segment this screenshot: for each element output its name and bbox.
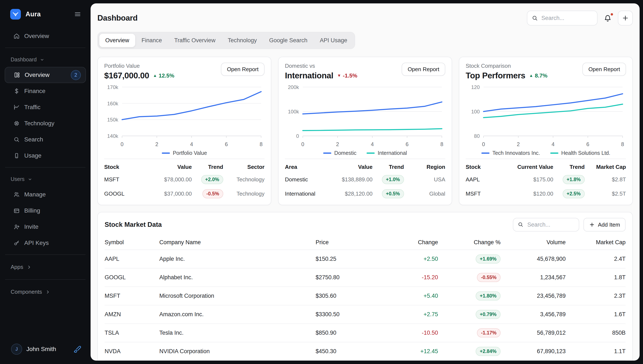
sidebar-item-label: API Keys — [24, 240, 49, 246]
svg-text:6: 6 — [586, 141, 589, 147]
cell-price: $450.30 — [316, 342, 383, 360]
mini-col-header: Value — [142, 161, 192, 172]
sidebar-item-overview[interactable]: Overview 2 — [5, 67, 86, 83]
open-report-button[interactable]: Open Report — [582, 63, 626, 76]
sidebar-item-traffic[interactable]: Traffic — [0, 99, 91, 115]
sidebar-item-search[interactable]: Search — [0, 132, 91, 148]
tab-finance[interactable]: Finance — [136, 34, 168, 47]
table-row[interactable]: AAPLApple Inc.$150.25+2.50+1.69%45,678,9… — [105, 250, 625, 268]
card-mini-table: Stock Value Trend Sector MSFT $78,000.00… — [104, 159, 265, 203]
tab-google-search[interactable]: Google Search — [263, 34, 313, 47]
line-chart-svg: 140k150k160k170k02468 — [104, 83, 265, 150]
chevron-down-icon — [28, 177, 33, 182]
cell-price: $305.60 — [316, 287, 383, 305]
svg-text:0: 0 — [301, 141, 304, 147]
section-label-users[interactable]: Users — [0, 171, 91, 186]
header-actions — [527, 10, 633, 26]
sidebar-item-manage[interactable]: Manage — [0, 186, 91, 202]
mini-col-header: Area — [285, 161, 323, 172]
cell-company: Alphabet Inc. — [159, 268, 316, 287]
change-pct-pill: +0.79% — [476, 310, 501, 319]
cell-symbol: GOOGL — [105, 268, 159, 287]
mini-cell: $28,120.00 — [323, 188, 372, 200]
cell-change-pct: +1.80% — [438, 287, 501, 305]
cell-market-cap: 850B — [566, 324, 625, 342]
add-button[interactable] — [618, 10, 633, 26]
trend-pill: +0.5% — [382, 189, 404, 198]
svg-text:150k: 150k — [107, 117, 118, 122]
tab-overview[interactable]: Overview — [99, 34, 135, 47]
legend-label: International — [378, 150, 407, 156]
search-input[interactable] — [541, 15, 593, 22]
table-search-input[interactable] — [527, 222, 574, 228]
svg-text:160k: 160k — [107, 101, 118, 106]
trend-arrow-icon: ▲ — [153, 73, 157, 78]
add-item-label: Add Item — [598, 222, 620, 228]
card-value: Top Performers — [466, 71, 525, 80]
svg-text:170k: 170k — [107, 84, 118, 90]
user-name: John Smith — [26, 346, 56, 352]
cell-symbol: MSFT — [105, 287, 159, 305]
col-change-pct: Change % — [438, 235, 501, 250]
portfolio-value-chart: 140k150k160k170k02468 — [104, 83, 265, 150]
tab-api-usage[interactable]: API Usage — [314, 34, 353, 47]
legend-dash — [323, 152, 331, 154]
chip-icon — [13, 120, 20, 127]
table-row[interactable]: GOOGLAlphabet Inc.$2750.80-15.20-0.55%1,… — [105, 268, 625, 287]
card-subtitle: Domestic vs — [285, 63, 357, 69]
sidebar-item-billing[interactable]: Billing — [0, 202, 91, 219]
sidebar-link-components[interactable]: Components — [0, 283, 91, 301]
sidebar-item-api-keys[interactable]: API Keys — [0, 235, 91, 251]
tab-bar: Overview Finance Traffic Overview Techno… — [97, 32, 355, 49]
change-pct-pill: -1.17% — [477, 328, 501, 338]
mini-cell: $37,000.00 — [142, 188, 192, 200]
hamburger-icon[interactable] — [74, 10, 81, 18]
table-row[interactable]: AMZNAmazon.com Inc.$3300.50+2.75+0.79%3,… — [105, 305, 625, 324]
add-item-button[interactable]: Add Item — [583, 218, 625, 232]
tab-technology[interactable]: Technology — [222, 34, 263, 47]
sidebar-link-apps[interactable]: Apps — [0, 258, 91, 276]
tab-traffic-overview[interactable]: Traffic Overview — [168, 34, 222, 47]
svg-text:120: 120 — [471, 84, 480, 90]
table-row[interactable]: MSFTMicrosoft Corporation$305.60+5.40+1.… — [105, 287, 625, 305]
notifications-button[interactable] — [603, 14, 612, 23]
svg-text:6: 6 — [225, 141, 228, 147]
dollar-icon — [13, 88, 20, 94]
svg-text:200k: 200k — [288, 84, 299, 90]
sidebar-item-overview-top[interactable]: Overview — [0, 28, 91, 44]
svg-text:0: 0 — [482, 141, 485, 147]
cell-company: Apple Inc. — [159, 250, 316, 268]
paintbrush-icon[interactable] — [74, 345, 81, 353]
sidebar-item-label: Usage — [24, 152, 42, 159]
legend-label: Health Solutions Ltd. — [561, 150, 610, 156]
sidebar-item-technology[interactable]: Technology — [0, 115, 91, 132]
cell-change-pct: -1.17% — [438, 324, 501, 342]
legend-item: International — [367, 150, 407, 156]
sidebar-item-finance[interactable]: Finance — [0, 83, 91, 99]
table-row[interactable]: TSLATesla Inc.$850.90-10.50-1.17%56,789,… — [105, 324, 625, 342]
cell-market-cap: 2.3T — [566, 287, 625, 305]
mini-cell: $120.00 — [504, 188, 553, 200]
card-trend: ▼ -1.5% — [337, 72, 357, 79]
divider — [5, 167, 86, 168]
avatar[interactable]: J — [11, 344, 22, 355]
section-label-dashboard[interactable]: Dashboard — [0, 52, 91, 67]
col-volume: Volume — [501, 235, 566, 250]
stock-comparison-chart: 8010012002468 — [466, 83, 626, 150]
sidebar-item-usage[interactable]: Usage — [0, 148, 91, 164]
bull-icon — [10, 9, 21, 20]
sidebar-item-invite[interactable]: Invite — [0, 219, 91, 235]
legend-item: Portfolio Value — [162, 150, 207, 156]
page-title: Dashboard — [97, 14, 138, 22]
table-row[interactable]: NVDANVIDIA Corporation$450.30+12.45+2.84… — [105, 342, 625, 360]
svg-text:8: 8 — [621, 141, 624, 147]
legend-item: Tech Innovators Inc. — [481, 150, 540, 156]
mini-col-header: Trend — [553, 161, 585, 172]
legend-item: Health Solutions Ltd. — [550, 150, 610, 156]
cell-change-pct: +0.79% — [438, 305, 501, 324]
open-report-button[interactable]: Open Report — [221, 63, 265, 76]
mini-cell: USA — [404, 174, 445, 186]
open-report-button[interactable]: Open Report — [402, 63, 445, 76]
sidebar-item-label: Technology — [24, 120, 54, 127]
cell-symbol: TSLA — [105, 324, 159, 342]
